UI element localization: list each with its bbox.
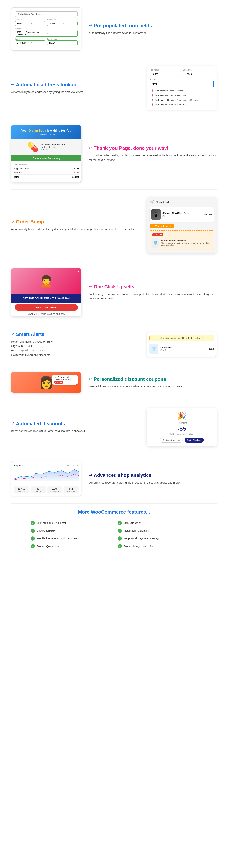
suggestion-3[interactable]: 📍 Mohrenplatz Garmisch-Partenkirchen, Ge… bbox=[150, 98, 214, 102]
arrow-icon-6: ↗ bbox=[11, 332, 14, 337]
personalized-coupons-section: 👩 Hey Elli! A special discount just for … bbox=[0, 365, 228, 400]
pct-off-badge: 30% OFF bbox=[54, 381, 64, 383]
feature-item-1: ✓ Multi-step and Single-step bbox=[31, 520, 110, 526]
bump-badge: 30% Off bbox=[152, 233, 163, 237]
check-circle-8: ✓ bbox=[118, 544, 122, 548]
lookup-last-name: Gibson bbox=[183, 71, 214, 77]
chart-area bbox=[14, 469, 79, 482]
automated-discounts-title: ↗ Automated discounts bbox=[11, 421, 139, 427]
suggestion-4[interactable]: 📍 Möhrenstraße Stuttgart, Germany bbox=[150, 102, 214, 107]
analytics-title: Reports bbox=[14, 464, 23, 467]
pin-icon-4: 📍 bbox=[151, 103, 154, 106]
svg-marker-0 bbox=[14, 470, 79, 481]
pre-populated-text: ↩ Pre-populated form fields Automaticall… bbox=[89, 23, 217, 35]
order-bump-desc: Automatically boost order value by displ… bbox=[11, 227, 139, 231]
pin-icon: 📍 bbox=[151, 89, 154, 92]
upsells-image: ✕ 🧑‍🦱 GET THE COMPLETE KIT & SAVE 20% AD… bbox=[11, 268, 81, 316]
check-circle-5: ✓ bbox=[31, 536, 35, 540]
free-delivery-bar: Spend an additional $10 for FREE deliver… bbox=[149, 335, 214, 341]
form-mock: BerthaGibson@rhyta.com First Name Bertha… bbox=[11, 7, 81, 51]
discount-emoji: 🎉 bbox=[150, 411, 213, 420]
suggestion-1[interactable]: 📍 Mohrenstraße Berlin, Germany bbox=[150, 89, 214, 93]
stat-revenue: $2,450 Revenue bbox=[14, 486, 29, 493]
order-bump-text: ↗ Order Bump Automatically boost order v… bbox=[11, 219, 139, 231]
suggestion-2[interactable]: 📍 Mohrenstraße Cologne, Germany bbox=[150, 93, 214, 98]
advanced-analytics-text: ↩ Advanced shop analytics performance re… bbox=[89, 472, 217, 485]
item-name: iPhone 13Pro Clear Case bbox=[162, 212, 202, 215]
smart-alerts-text: ↗ Smart Alerts Retain and nurture based … bbox=[11, 331, 139, 357]
lookup-first-name: Bertha bbox=[150, 71, 181, 77]
advanced-analytics-title: ↩ Advanced shop analytics bbox=[89, 472, 217, 478]
go-to-checkout-button[interactable]: Go to Checkout bbox=[185, 438, 204, 442]
arrow-right-icon: ➡ bbox=[152, 225, 154, 227]
thankyou-headline: Your Dream Body Is waiting for You bbox=[15, 129, 78, 132]
check-circle-2: ✓ bbox=[118, 521, 122, 525]
feature-item-6: ✓ Supports all payment gateways bbox=[118, 536, 197, 541]
advanced-analytics-section: Reports Mar 1 - Mar 31 Mar bbox=[0, 454, 228, 503]
automated-discounts-text: ↗ Automated discounts Boost conversion r… bbox=[11, 421, 139, 433]
address-lookup-text: ↩ Automatic address lookup Automatically… bbox=[11, 82, 139, 94]
country-field: Germany ✓ bbox=[15, 40, 45, 45]
bump-offer: 30% Off 🛡️ iPhone Screen Protector Add t… bbox=[150, 230, 214, 250]
order-bump-section: 🛒 Checkout 📱 iPhone 13Pro Clear Case Qty… bbox=[0, 190, 228, 261]
upsell-image-area: 🧑‍🦱 bbox=[11, 268, 81, 294]
advanced-analytics-desc: performance report for sales funnels, co… bbox=[89, 480, 217, 485]
feature-item-2: ✓ Skip cart option bbox=[118, 520, 197, 526]
cart-icon: 🛒 bbox=[150, 200, 154, 205]
analytics-header: Reports Mar 1 - Mar 31 bbox=[14, 464, 79, 467]
analytics-mock: Reports Mar 1 - Mar 31 Mar bbox=[11, 461, 81, 496]
smart-alerts-desc: Retain and nurture based on RFM Urge wit… bbox=[11, 339, 139, 357]
upsell-no-thanks[interactable]: NO THANKS, I DON'T WANT TO SAVE 20% bbox=[11, 312, 81, 316]
more-features-section: More WooCommerce features... ✓ Multi-ste… bbox=[0, 503, 228, 553]
thankyou-subtext: Personalized for you bbox=[15, 133, 78, 135]
arrow-icon-4: ↗ bbox=[11, 219, 14, 224]
smart-alerts-image: Spend an additional $10 for FREE deliver… bbox=[147, 332, 217, 357]
yes-button[interactable]: ➡ Yes, I will take it! bbox=[150, 224, 174, 228]
feature-item-4: ✓ Instant form validation bbox=[118, 528, 197, 533]
upsells-text: ↩ One Click Upsells Just when your custo… bbox=[89, 284, 217, 301]
close-icon[interactable]: ✕ bbox=[77, 270, 80, 273]
automated-discounts-desc: Boost conversion rate with automated dis… bbox=[11, 429, 139, 433]
address-suggestions: 📍 Mohrenstraße Berlin, Germany 📍 Mohrens… bbox=[150, 89, 214, 107]
upsell-add-button[interactable]: ADD TO MY ORDER bbox=[14, 304, 78, 311]
product-details: Premium Supplements Natural formula $49.… bbox=[41, 143, 66, 151]
address-lookup-section: First Name Bertha Last Name Gibson Addre… bbox=[0, 58, 228, 118]
stat-conversion: 3.2% Conversion bbox=[47, 486, 62, 493]
thankyou-section: Your Dream Body Is waiting for You Perso… bbox=[0, 118, 228, 189]
pin-icon-3: 📍 bbox=[151, 99, 154, 101]
arrow-icon-7: ↩ bbox=[89, 377, 92, 381]
speech-bubble: Hey Elli! A special discount just for yo… bbox=[52, 375, 78, 385]
checkout-header: 🛒 Checkout bbox=[150, 200, 214, 205]
personalized-coupons-text: ↩ Personalized discount coupons Treat el… bbox=[89, 376, 217, 389]
features-grid: ✓ Multi-step and Single-step ✓ Skip cart… bbox=[31, 520, 197, 549]
discount-amount: -$5 bbox=[150, 425, 213, 432]
check-icon: ✓ bbox=[31, 22, 44, 25]
arrow-icon-8: ↗ bbox=[11, 421, 14, 426]
continue-shopping-button[interactable]: Continue Shopping bbox=[160, 438, 183, 442]
last-name-field: Gibson ✓ bbox=[47, 21, 78, 26]
analytics-labels: Mar 1 Mar 8 Mar 15 Mar 22 Mar 29 bbox=[14, 483, 79, 485]
arrow-icon-2: ↩ bbox=[11, 82, 14, 87]
postal-field: 10117 ✓ bbox=[47, 40, 78, 45]
feature-item-7: ✓ Product Quick View bbox=[31, 544, 110, 549]
order-bump-title: ↗ Order Bump bbox=[11, 219, 139, 225]
discount-label: Discount bbox=[150, 422, 213, 425]
thankyou-banner: Your Dream Body Is waiting for You Perso… bbox=[11, 125, 81, 139]
feature-item-5: ✓ Pre-filled form for Abandoned users bbox=[31, 536, 110, 541]
pre-populated-title: ↩ Pre-populated form fields bbox=[89, 23, 217, 29]
address-lookup-title: ↩ Automatic address lookup bbox=[11, 82, 139, 88]
discount-buttons: Continue Shopping Go to Checkout bbox=[150, 438, 213, 442]
smart-alerts-section: Spend an additional $10 for FREE deliver… bbox=[0, 324, 228, 365]
arrow-icon-9: ↩ bbox=[89, 473, 92, 478]
coupon-person-image: 👩 Hey Elli! A special discount just for … bbox=[11, 372, 81, 393]
discount-card: 🎉 Discount -$5 Will be applied at Checko… bbox=[147, 408, 217, 446]
lookup-address-input[interactable]: Mohr bbox=[150, 81, 214, 87]
personalized-coupons-image: 👩 Hey Elli! A special discount just for … bbox=[11, 372, 81, 393]
cart-item-qty: Qty: 1 bbox=[160, 349, 207, 351]
cart-item: 👕 Polo shirt Qty: 1 $32 bbox=[149, 344, 214, 354]
stat-avg-order: $51 Avg Order bbox=[64, 486, 79, 493]
checkout-item: 📱 iPhone 13Pro Clear Case Qty: 1 $11.99 bbox=[150, 207, 214, 222]
check-circle-3: ✓ bbox=[31, 529, 35, 533]
cart-item-name: Polo shirt bbox=[160, 346, 207, 349]
analytics-chart bbox=[14, 468, 79, 481]
